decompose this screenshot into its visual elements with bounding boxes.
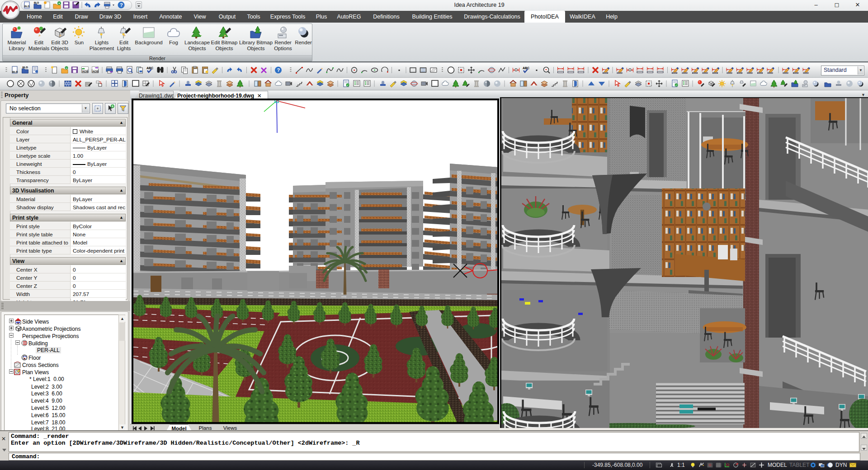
svg-text:ABC: ABC [146,66,153,70]
svg-text:BLD: BLD [12,70,18,73]
svg-text:ACIS: ACIS [82,70,88,73]
svg-text:BLD: BLD [24,5,29,8]
svg-text:?: ? [277,67,280,73]
svg-text:ACIS: ACIS [93,70,99,73]
svg-text:BLD: BLD [23,66,28,69]
svg-text:BLD: BLD [34,1,39,4]
svg-text:ABC: ABC [523,66,529,70]
